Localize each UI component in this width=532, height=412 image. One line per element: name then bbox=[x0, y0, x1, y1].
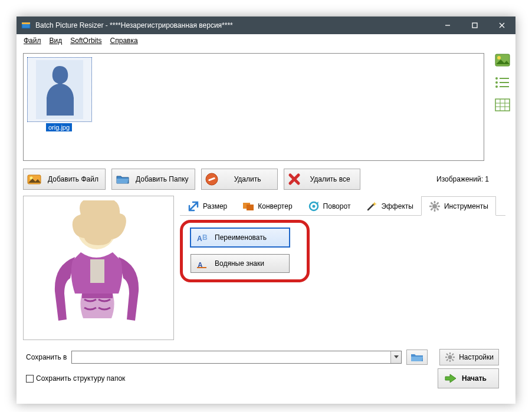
image-count: Изображений: 1 bbox=[436, 175, 507, 183]
resize-icon bbox=[188, 200, 199, 212]
keep-folder-structure-checkbox[interactable] bbox=[26, 375, 34, 383]
svg-point-11 bbox=[495, 81, 498, 84]
svg-point-46 bbox=[448, 355, 452, 360]
svg-point-33 bbox=[432, 204, 437, 209]
svg-rect-3 bbox=[472, 23, 477, 28]
save-to-label: Сохранить в bbox=[26, 353, 67, 361]
svg-text:B: B bbox=[202, 233, 208, 242]
svg-rect-29 bbox=[247, 205, 254, 210]
delete-button[interactable]: Удалить bbox=[201, 169, 278, 190]
rotate-icon bbox=[308, 200, 320, 212]
wand-icon bbox=[366, 200, 377, 212]
thumbnail-filename[interactable]: orig.jpg bbox=[46, 123, 72, 131]
settings-label: Настройки bbox=[459, 353, 494, 361]
svg-line-41 bbox=[431, 208, 432, 210]
app-icon bbox=[21, 21, 31, 30]
tab-rotate-label: Поворот bbox=[323, 202, 351, 210]
svg-point-13 bbox=[495, 85, 498, 88]
browse-folder-button[interactable] bbox=[406, 350, 428, 365]
close-button[interactable] bbox=[488, 17, 515, 34]
svg-rect-14 bbox=[500, 86, 509, 87]
rename-button[interactable]: AB Переименовать bbox=[191, 228, 290, 247]
menubar: Файл Вид SoftOrbits Справка bbox=[17, 34, 515, 47]
svg-line-51 bbox=[446, 354, 448, 355]
watermark-button[interactable]: A Водяные знаки bbox=[191, 254, 290, 273]
titlebar: Batch Picture Resizer - ****Незарегистри… bbox=[17, 17, 515, 34]
minimize-button[interactable] bbox=[434, 17, 461, 34]
tab-converter-label: Конвертер bbox=[258, 202, 292, 210]
bottom-row: Сохранить структуру папок Начать bbox=[26, 367, 510, 390]
svg-line-38 bbox=[431, 202, 432, 204]
svg-rect-45 bbox=[197, 267, 206, 268]
settings-button[interactable]: Настройки bbox=[439, 349, 499, 365]
svg-line-32 bbox=[368, 204, 374, 210]
save-destination-row: Сохранить в Настройки bbox=[26, 348, 510, 366]
window-title: Batch Picture Resizer - ****Незарегистри… bbox=[35, 21, 233, 29]
view-details-icon[interactable] bbox=[494, 98, 511, 112]
delete-label: Удалить bbox=[224, 175, 271, 183]
view-mode-switcher bbox=[494, 53, 511, 112]
menu-help[interactable]: Справка bbox=[107, 35, 142, 46]
watermark-label: Водяные знаки bbox=[215, 259, 264, 268]
add-file-button[interactable]: Добавить Файл bbox=[23, 169, 106, 190]
tab-rotate[interactable]: Поворот bbox=[300, 196, 359, 216]
svg-point-31 bbox=[312, 205, 315, 208]
menu-view[interactable]: Вид bbox=[46, 35, 66, 46]
add-file-label: Добавить Файл bbox=[47, 175, 99, 183]
view-list-icon[interactable] bbox=[494, 75, 511, 90]
rename-label: Переименовать bbox=[215, 233, 267, 242]
converter-icon bbox=[242, 200, 254, 212]
thumbnail-list[interactable]: orig.jpg bbox=[23, 53, 484, 161]
thumbnail-item[interactable] bbox=[27, 57, 92, 122]
tools-tab-panel: AB Переименовать A Водяные знаки bbox=[180, 215, 505, 340]
view-thumbnails-icon[interactable] bbox=[494, 53, 511, 67]
tab-tools-label: Инструменты bbox=[444, 202, 488, 210]
menu-file[interactable]: Файл bbox=[20, 35, 45, 46]
svg-line-52 bbox=[452, 360, 454, 361]
svg-text:A: A bbox=[197, 235, 202, 243]
svg-line-53 bbox=[452, 354, 454, 355]
svg-rect-10 bbox=[500, 78, 509, 79]
delete-all-label: Удалить все bbox=[307, 175, 354, 183]
tab-effects-label: Эффекты bbox=[381, 202, 413, 210]
maximize-button[interactable] bbox=[461, 17, 488, 34]
add-folder-button[interactable]: Добавить Папку bbox=[111, 169, 195, 190]
start-button[interactable]: Начать bbox=[438, 368, 499, 388]
tab-effects[interactable]: Эффекты bbox=[358, 196, 421, 216]
tab-size[interactable]: Размер bbox=[180, 196, 235, 216]
svg-line-54 bbox=[446, 360, 448, 361]
start-label: Начать bbox=[462, 374, 487, 383]
tab-size-label: Размер bbox=[203, 202, 227, 210]
chevron-down-icon[interactable] bbox=[390, 351, 401, 363]
svg-rect-1 bbox=[22, 22, 30, 24]
tab-strip: Размер Конвертер Поворот Эффекты Инструм… bbox=[180, 196, 505, 216]
svg-point-9 bbox=[495, 77, 498, 80]
start-arrow-icon bbox=[444, 373, 457, 384]
tab-converter[interactable]: Конвертер bbox=[235, 196, 300, 216]
watermark-icon: A bbox=[196, 257, 209, 270]
svg-point-8 bbox=[497, 56, 501, 60]
tab-tools[interactable]: Инструменты bbox=[421, 196, 496, 216]
svg-rect-12 bbox=[500, 82, 509, 83]
keep-folder-structure-label: Сохранить структуру папок bbox=[36, 374, 125, 383]
save-path-combobox[interactable] bbox=[71, 351, 402, 364]
add-folder-label: Добавить Папку bbox=[136, 175, 189, 183]
svg-line-39 bbox=[436, 208, 438, 210]
main-toolbar: Добавить Файл Добавить Папку Удалить Уда… bbox=[23, 167, 507, 191]
menu-softorbits[interactable]: SoftOrbits bbox=[67, 35, 105, 46]
preview-pane bbox=[23, 196, 174, 340]
svg-line-40 bbox=[436, 202, 438, 204]
delete-all-button[interactable]: Удалить все bbox=[284, 169, 360, 190]
svg-rect-15 bbox=[495, 99, 510, 111]
svg-rect-27 bbox=[90, 259, 104, 283]
gear-icon bbox=[429, 200, 441, 212]
rename-icon: AB bbox=[196, 231, 209, 244]
